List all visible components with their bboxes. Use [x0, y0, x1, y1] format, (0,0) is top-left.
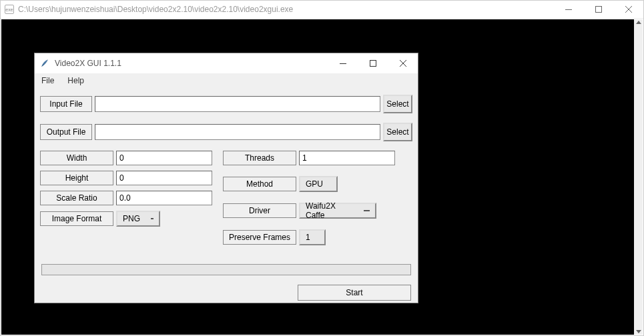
input-file-field[interactable]: [95, 96, 380, 112]
svg-rect-1: [595, 7, 601, 13]
inner-minimize-button[interactable]: [328, 53, 358, 73]
width-label[interactable]: Width: [40, 151, 113, 165]
menu-file[interactable]: File: [39, 75, 57, 87]
driver-value: Waifu2X Caffe: [306, 201, 353, 220]
height-input[interactable]: [116, 171, 212, 185]
height-label[interactable]: Height: [40, 171, 113, 185]
menu-help[interactable]: Help: [65, 75, 87, 87]
outer-titlebar: exe C:\Users\hujunwenzeishuai\Desktop\vi…: [1, 1, 643, 19]
dropdown-indicator-icon: [364, 210, 370, 211]
inner-window-title: Video2X GUI 1.1.1: [55, 59, 121, 68]
menu-bar: File Help: [35, 73, 418, 88]
preserve-frames-label[interactable]: Preserve Frames: [223, 230, 296, 245]
image-format-dropdown[interactable]: PNG: [116, 211, 160, 227]
image-format-value: PNG: [123, 214, 140, 223]
inner-titlebar: Video2X GUI 1.1.1: [35, 53, 418, 73]
input-select-button[interactable]: Select: [383, 95, 412, 113]
input-file-label[interactable]: Input File: [40, 96, 92, 112]
scroll-up-arrow-icon[interactable]: [636, 21, 641, 24]
video2x-gui-window: Video2X GUI 1.1.1 File Help Input File S…: [34, 53, 418, 303]
inner-maximize-button[interactable]: [358, 53, 388, 73]
output-select-button[interactable]: Select: [383, 123, 412, 141]
outer-maximize-button[interactable]: [583, 1, 613, 19]
outer-close-button[interactable]: [613, 1, 643, 19]
image-format-label[interactable]: Image Format: [40, 211, 113, 226]
start-button[interactable]: Start: [298, 285, 411, 301]
threads-label[interactable]: Threads: [223, 151, 296, 165]
threads-input[interactable]: [299, 151, 395, 165]
dropdown-indicator-icon: [151, 218, 153, 219]
scale-ratio-input[interactable]: [116, 191, 212, 205]
inner-close-button[interactable]: [388, 53, 418, 73]
svg-rect-0: [565, 9, 572, 10]
console-client-area: Video2X GUI 1.1.1 File Help Input File S…: [1, 19, 634, 335]
vertical-scrollbar[interactable]: [634, 19, 643, 335]
method-value: GPU: [306, 179, 323, 189]
width-input[interactable]: [116, 151, 212, 165]
outer-console-window: exe C:\Users\hujunwenzeishuai\Desktop\vi…: [0, 0, 644, 336]
svg-rect-6: [370, 61, 376, 67]
driver-dropdown[interactable]: Waifu2X Caffe: [299, 203, 376, 219]
output-file-field[interactable]: [95, 124, 380, 140]
method-dropdown[interactable]: GPU: [299, 176, 338, 192]
method-label[interactable]: Method: [223, 177, 296, 191]
progress-bar: [41, 264, 411, 275]
tk-feather-icon: [40, 59, 49, 68]
preserve-frames-dropdown[interactable]: 1: [299, 229, 326, 245]
outer-window-title: C:\Users\hujunwenzeishuai\Desktop\video2…: [18, 5, 293, 14]
outer-minimize-button[interactable]: [553, 1, 583, 19]
scale-ratio-label[interactable]: Scale Ratio: [40, 191, 113, 205]
output-file-label[interactable]: Output File: [40, 124, 92, 140]
exe-icon: exe: [5, 5, 14, 14]
driver-label[interactable]: Driver: [223, 203, 296, 218]
preserve-frames-value: 1: [306, 233, 310, 242]
svg-rect-5: [340, 63, 346, 64]
scroll-down-arrow-icon[interactable]: [636, 330, 641, 333]
